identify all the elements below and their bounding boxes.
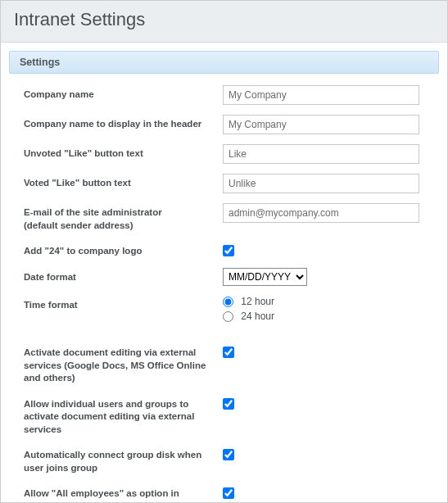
label-admin-email: E-mail of the site administrator (defaul… [24,203,223,232]
allow-all-employees-stream-checkbox[interactable] [223,487,234,499]
label-company-name: Company name [24,85,223,102]
row-time-format: Time format 12 hour 24 hour [24,296,434,326]
row-auto-group-disk: Automatically connect group disk when us… [24,446,434,474]
settings-form: Company name Company name to display in … [9,85,439,503]
label-allow-all-employees-stream: Allow "All employees" as option in Activ… [24,484,223,503]
auto-group-disk-checkbox[interactable] [223,449,234,460]
section-title: Settings [9,51,439,74]
row-unvoted-like: Unvoted "Like" button text [24,144,434,164]
time-format-24-label[interactable]: 24 hour [223,310,434,322]
time-format-12-label[interactable]: 12 hour [223,296,434,307]
label-allow-user-external: Allow individual users and groups to act… [24,395,223,437]
external-editing-checkbox[interactable] [223,347,234,358]
label-external-editing: Activate document editing via external s… [24,343,223,385]
settings-window: Intranet Settings Settings Company name … [0,0,448,503]
label-admin-email-line2: (default sender address) [24,220,215,233]
page-header: Intranet Settings [1,1,447,43]
row-add24: Add "24" to company logo [24,242,434,258]
row-company-name-header: Company name to display in the header [24,115,434,134]
row-allow-user-external: Allow individual users and groups to act… [24,395,434,437]
company-name-input[interactable] [223,85,419,105]
label-time-format: Time format [24,296,223,312]
row-allow-all-employees-stream: Allow "All employees" as option in Activ… [24,484,434,503]
row-voted-like: Voted "Like" button text [24,174,434,193]
row-external-editing: Activate document editing via external s… [24,343,434,385]
label-admin-email-line1: E-mail of the site administrator [24,207,162,217]
label-unvoted-like: Unvoted "Like" button text [24,144,223,161]
admin-email-input[interactable] [223,203,419,223]
add24-checkbox[interactable] [223,245,234,256]
label-auto-group-disk: Automatically connect group disk when us… [24,446,223,474]
time-format-12-radio[interactable] [223,297,233,307]
time-format-24-text: 24 hour [241,310,274,322]
main-panel: Settings Company name Company name to di… [1,43,447,503]
label-voted-like: Voted "Like" button text [24,174,223,190]
label-add24: Add "24" to company logo [24,242,223,258]
row-date-format: Date format MM/DD/YYYY [24,268,434,286]
unvoted-like-input[interactable] [223,144,419,164]
time-format-12-text: 12 hour [241,296,274,307]
voted-like-input[interactable] [223,174,419,193]
allow-user-external-checkbox[interactable] [223,398,234,410]
date-format-select[interactable]: MM/DD/YYYY [223,268,307,286]
label-date-format: Date format [24,268,223,284]
row-admin-email: E-mail of the site administrator (defaul… [24,203,434,232]
row-company-name: Company name [24,85,434,105]
page-title: Intranet Settings [14,9,434,30]
time-format-24-radio[interactable] [223,311,233,322]
label-company-name-header: Company name to display in the header [24,115,223,131]
company-name-header-input[interactable] [223,115,419,134]
